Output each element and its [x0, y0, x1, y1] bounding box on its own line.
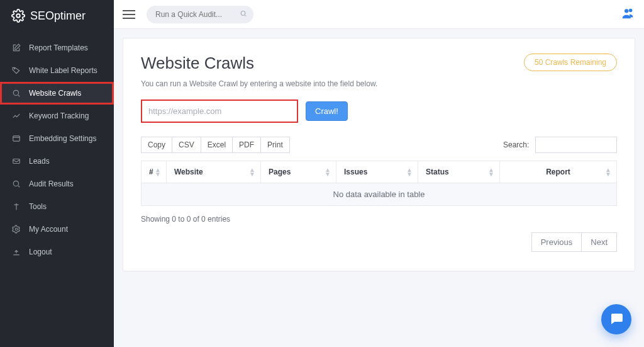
page-subtitle: You can run a Website Crawl by entering … [141, 79, 617, 88]
users-icon[interactable] [621, 6, 635, 22]
svg-point-6 [15, 228, 18, 230]
sidebar-item-label: Audit Results [29, 179, 74, 188]
col-status[interactable]: Status▲▼ [418, 161, 500, 183]
sidebar-item-white-label[interactable]: White Label Reports [0, 59, 114, 82]
content: Website Crawls 50 Crawls Remaining You c… [114, 29, 644, 347]
crawl-button[interactable]: Crawl! [306, 101, 348, 121]
main-area: Website Crawls 50 Crawls Remaining You c… [114, 0, 644, 347]
sidebar: SEOptimer Report Templates White Label R… [0, 0, 114, 347]
search-icon [240, 9, 247, 19]
logout-icon [11, 247, 21, 257]
col-website[interactable]: Website▲▼ [167, 161, 261, 183]
sidebar-item-audit-results[interactable]: Audit Results [0, 173, 114, 195]
topbar [114, 0, 644, 29]
svg-rect-4 [13, 159, 20, 164]
sidebar-nav: Report Templates White Label Reports Web… [0, 31, 114, 263]
col-report[interactable]: Report▲▼ [500, 161, 617, 183]
sidebar-item-label: Website Crawls [29, 89, 81, 98]
brand-logo[interactable]: SEOptimer [0, 0, 114, 31]
brand-name: SEOptimer [30, 9, 86, 23]
logo-gear-icon [11, 9, 25, 23]
crawls-table: #▲▼ Website▲▼ Pages▲▼ Issues▲▼ Status▲▼ … [141, 161, 617, 183]
audit-search-wrap [147, 6, 253, 23]
search-icon [11, 179, 21, 189]
sidebar-item-label: Report Templates [29, 43, 88, 52]
svg-point-9 [629, 9, 633, 13]
table-no-data: No data available in table [141, 183, 617, 206]
sort-icon: ▲▼ [155, 168, 161, 176]
search-icon [11, 88, 21, 98]
sort-icon: ▲▼ [605, 168, 611, 176]
embed-icon [11, 134, 21, 144]
sidebar-item-logout[interactable]: Logout [0, 241, 114, 263]
sidebar-item-label: White Label Reports [29, 66, 97, 75]
col-pages[interactable]: Pages▲▼ [261, 161, 336, 183]
sidebar-item-embedding[interactable]: Embedding Settings [0, 127, 114, 150]
svg-point-1 [14, 69, 15, 69]
col-issues[interactable]: Issues▲▼ [336, 161, 418, 183]
gear-icon [11, 224, 21, 234]
svg-point-0 [16, 14, 20, 18]
sort-icon: ▲▼ [406, 168, 413, 176]
chat-icon [609, 311, 624, 328]
col-num[interactable]: #▲▼ [142, 161, 167, 183]
chat-launcher[interactable] [601, 304, 631, 334]
sidebar-item-leads[interactable]: Leads [0, 150, 114, 173]
tools-icon [11, 202, 21, 212]
sidebar-item-keyword-tracking[interactable]: Keyword Tracking [0, 105, 114, 127]
export-pdf-button[interactable]: PDF [233, 137, 261, 153]
sort-icon: ▲▼ [249, 168, 255, 176]
pager-previous-button[interactable]: Previous [531, 232, 582, 252]
pager-next-button[interactable]: Next [582, 232, 617, 252]
page-title: Website Crawls [141, 54, 254, 73]
sidebar-item-label: Leads [29, 157, 50, 166]
edit-icon [11, 43, 21, 53]
export-csv-button[interactable]: CSV [172, 137, 201, 153]
svg-point-8 [625, 9, 628, 13]
sidebar-item-website-crawls[interactable]: Website Crawls [0, 82, 114, 105]
sort-icon: ▲▼ [325, 168, 331, 176]
crawls-remaining-badge: 50 Crawls Remaining [524, 54, 617, 71]
chart-icon [11, 111, 21, 121]
pagination: Previous Next [141, 232, 617, 252]
table-search-label: Search: [503, 140, 529, 149]
menu-toggle-icon[interactable] [123, 10, 135, 19]
export-copy-button[interactable]: Copy [141, 137, 172, 153]
sidebar-item-tools[interactable]: Tools [0, 195, 114, 218]
export-print-button[interactable]: Print [261, 137, 290, 153]
sidebar-item-label: Logout [29, 247, 52, 256]
crawl-url-input[interactable] [141, 100, 298, 123]
export-excel-button[interactable]: Excel [201, 137, 233, 153]
sidebar-item-label: My Account [29, 225, 68, 234]
table-search-input[interactable] [535, 137, 617, 153]
mail-icon [11, 156, 21, 166]
quick-audit-input[interactable] [147, 6, 253, 23]
sidebar-item-label: Keyword Tracking [29, 111, 89, 120]
tag-icon [11, 65, 21, 76]
sidebar-item-report-templates[interactable]: Report Templates [0, 37, 114, 59]
table-showing-text: Showing 0 to 0 of 0 entries [141, 215, 617, 224]
svg-point-5 [13, 181, 18, 186]
sidebar-item-my-account[interactable]: My Account [0, 218, 114, 241]
svg-point-7 [241, 11, 245, 15]
sort-icon: ▲▼ [488, 168, 494, 176]
sidebar-item-label: Embedding Settings [29, 134, 96, 143]
card-website-crawls: Website Crawls 50 Crawls Remaining You c… [123, 38, 635, 271]
svg-rect-3 [13, 136, 20, 141]
svg-point-2 [13, 90, 18, 95]
sidebar-item-label: Tools [29, 202, 47, 211]
export-button-group: Copy CSV Excel PDF Print [141, 137, 290, 153]
